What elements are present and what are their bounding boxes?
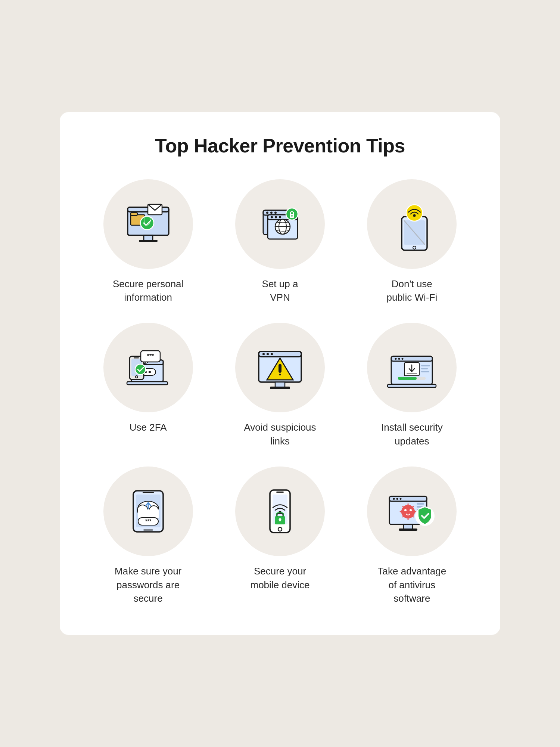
svg-rect-74 xyxy=(143,529,153,531)
tip-secure-mobile-icon-circle xyxy=(235,467,325,556)
svg-rect-43 xyxy=(134,357,139,359)
svg-rect-78 xyxy=(138,509,159,518)
svg-point-61 xyxy=(398,358,400,360)
tip-avoid-suspicious-links: ! Avoid suspiciouslinks xyxy=(221,323,338,448)
svg-point-51 xyxy=(267,353,269,355)
tip-no-public-wifi-icon-circle xyxy=(367,179,457,269)
svg-point-50 xyxy=(262,353,265,355)
svg-rect-89 xyxy=(279,520,280,521)
tip-set-up-vpn-label: Set up aVPN xyxy=(262,277,298,304)
tip-secure-personal-info: Secure personalinformation xyxy=(90,179,206,304)
tip-install-security-updates-icon-circle xyxy=(367,323,457,412)
svg-point-10 xyxy=(266,211,268,214)
tip-secure-passwords-label: Make sure yourpasswords aresecure xyxy=(115,564,181,605)
tip-use-2fa: *** Use 2FA xyxy=(90,323,206,448)
svg-text:***: *** xyxy=(145,518,151,524)
svg-point-92 xyxy=(393,498,395,500)
svg-point-47 xyxy=(135,364,146,375)
tip-set-up-vpn-icon-circle xyxy=(235,179,325,269)
svg-point-60 xyxy=(395,358,397,360)
main-card: Top Hacker Prevention Tips xyxy=(60,112,500,635)
svg-point-12 xyxy=(274,211,277,214)
svg-rect-70 xyxy=(398,377,417,380)
svg-rect-109 xyxy=(417,503,424,505)
svg-rect-49 xyxy=(259,351,301,357)
tip-no-public-wifi: Don't usepublic Wi-Fi xyxy=(354,179,470,304)
svg-point-93 xyxy=(396,498,398,500)
svg-rect-58 xyxy=(391,356,432,361)
tip-secure-mobile: Secure yourmobile device xyxy=(221,467,338,605)
tip-no-public-wifi-label: Don't usepublic Wi-Fi xyxy=(386,277,437,304)
svg-point-30 xyxy=(413,214,416,217)
tip-antivirus-software: Take advantageof antivirussoftware xyxy=(354,467,470,605)
tip-secure-personal-info-label: Secure personalinformation xyxy=(113,277,183,304)
svg-point-62 xyxy=(402,358,404,360)
tip-avoid-suspicious-links-label: Avoid suspiciouslinks xyxy=(244,421,316,448)
svg-point-106 xyxy=(401,505,415,518)
svg-rect-91 xyxy=(389,496,427,501)
svg-point-29 xyxy=(406,205,423,221)
svg-point-107 xyxy=(404,509,407,511)
tip-secure-personal-info-icon-circle xyxy=(103,179,193,269)
svg-rect-66 xyxy=(421,365,430,366)
tip-use-2fa-label: Use 2FA xyxy=(130,421,167,434)
tip-install-security-updates: Install securityupdates xyxy=(354,323,470,448)
svg-rect-54 xyxy=(270,387,290,389)
tip-install-security-updates-label: Install securityupdates xyxy=(381,421,443,448)
svg-point-94 xyxy=(400,498,402,500)
svg-rect-3 xyxy=(139,240,158,242)
svg-point-11 xyxy=(270,211,273,214)
tip-secure-mobile-label: Secure yourmobile device xyxy=(251,564,310,592)
svg-rect-5 xyxy=(131,213,137,216)
svg-point-7 xyxy=(140,216,154,230)
svg-rect-56 xyxy=(279,364,281,372)
svg-rect-59 xyxy=(388,384,436,387)
tips-grid: Secure personalinformation xyxy=(90,179,470,605)
svg-rect-67 xyxy=(421,368,428,369)
svg-rect-33 xyxy=(127,382,168,385)
svg-rect-84 xyxy=(276,492,284,493)
tip-antivirus-software-label: Take advantageof antivirussoftware xyxy=(378,564,447,605)
svg-rect-96 xyxy=(399,529,417,531)
tip-avoid-suspicious-links-icon-circle: ! xyxy=(235,323,325,412)
svg-point-108 xyxy=(410,509,412,511)
svg-rect-68 xyxy=(421,371,429,372)
tip-antivirus-software-icon-circle xyxy=(367,467,457,556)
tip-use-2fa-icon-circle: *** xyxy=(103,323,193,412)
svg-point-23 xyxy=(291,215,293,217)
tip-set-up-vpn: Set up aVPN xyxy=(221,179,338,304)
svg-point-52 xyxy=(271,353,273,355)
svg-point-40 xyxy=(149,371,151,373)
svg-point-16 xyxy=(275,216,277,218)
svg-point-15 xyxy=(271,216,273,218)
svg-rect-2 xyxy=(144,235,153,241)
svg-point-17 xyxy=(279,216,281,218)
tip-secure-passwords-icon-circle: *** xyxy=(103,467,193,556)
tip-secure-passwords: *** Make sure yourpasswords aresecure xyxy=(90,467,206,605)
svg-text:***: *** xyxy=(147,353,154,359)
page-title: Top Hacker Prevention Tips xyxy=(90,134,470,157)
svg-rect-73 xyxy=(143,492,154,493)
svg-rect-53 xyxy=(275,382,285,387)
